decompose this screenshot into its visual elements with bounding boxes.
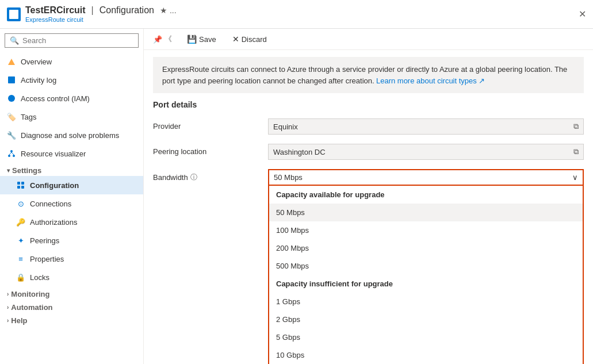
svg-line-6 (12, 152, 14, 155)
sidebar-item-locks[interactable]: 🔒 Locks (0, 268, 143, 286)
help-section[interactable]: › Help (0, 313, 143, 326)
svg-rect-9 (17, 186, 20, 189)
sidebar-item-access-control[interactable]: Access control (IAM) (0, 89, 143, 108)
svg-point-2 (10, 150, 13, 152)
configuration-icon (16, 181, 25, 190)
bandwidth-info-icon[interactable]: ⓘ (190, 173, 197, 182)
svg-point-4 (13, 155, 15, 157)
sidebar-item-configuration[interactable]: Configuration (0, 176, 143, 194)
monitoring-section[interactable]: › Monitoring (0, 286, 143, 300)
access-control-icon (7, 94, 16, 103)
peering-location-value-text: Washington DC (273, 148, 326, 156)
sidebar-item-activity-log[interactable]: Activity log (0, 71, 143, 89)
bandwidth-option-100mbps-text: 100 Mbps (276, 226, 309, 235)
tags-icon: 🏷️ (7, 112, 16, 121)
form-section: Port details Provider Equinix ⧉ Peering … (144, 100, 593, 364)
svg-line-5 (9, 152, 12, 155)
save-button[interactable]: 💾 Save (183, 32, 220, 46)
more-button[interactable]: ... (170, 6, 177, 15)
bandwidth-option-10gbps-text: 10 Gbps (276, 351, 304, 359)
resource-type[interactable]: ExpressRoute circuit (25, 16, 177, 23)
automation-chevron: › (7, 304, 9, 311)
monitoring-section-label: Monitoring (11, 290, 49, 298)
help-section-label: Help (11, 316, 27, 325)
bandwidth-dropdown-container: 50 Mbps ∨ Capacity available for upgrade… (268, 169, 584, 364)
resource-name: TestERCircuit (25, 5, 86, 16)
monitoring-chevron: › (7, 291, 9, 297)
overview-icon (7, 57, 16, 66)
svg-point-3 (8, 155, 10, 157)
help-chevron: › (7, 317, 9, 324)
provider-label: Provider (153, 118, 268, 131)
close-button[interactable]: ✕ (579, 9, 586, 20)
sidebar-label-connections: Connections (30, 200, 71, 208)
diagnose-icon: 🔧 (7, 131, 16, 140)
svg-rect-10 (21, 186, 24, 189)
bandwidth-option-50mbps-text: 50 Mbps (276, 208, 305, 217)
sidebar-item-peerings[interactable]: ✦ Peerings (0, 231, 143, 250)
provider-copy-button[interactable]: ⧉ (573, 122, 579, 131)
sidebar-item-overview[interactable]: Overview (0, 52, 143, 71)
bandwidth-option-5gbps[interactable]: 5 Gbps (269, 328, 583, 346)
sidebar: 🔍 Overview Activity log Access control (… (0, 29, 144, 364)
sidebar-item-resource-visualizer[interactable]: Resource visualizer (0, 144, 143, 163)
star-button[interactable]: ★ (160, 6, 167, 15)
upgrade-header: Capacity available for upgrade (269, 186, 583, 204)
resource-visualizer-icon (7, 149, 16, 158)
save-icon: 💾 (187, 35, 197, 44)
peering-location-copy-button[interactable]: ⧉ (573, 147, 579, 156)
connections-icon: ⊙ (16, 199, 25, 208)
bandwidth-option-1gbps[interactable]: 1 Gbps (269, 293, 583, 311)
settings-chevron: ▾ (7, 167, 10, 174)
bandwidth-label-text: Bandwidth (153, 173, 188, 182)
sidebar-item-tags[interactable]: 🏷️ Tags (0, 108, 143, 126)
sidebar-item-diagnose[interactable]: 🔧 Diagnose and solve problems (0, 126, 143, 144)
svg-rect-7 (17, 182, 20, 185)
sidebar-item-connections[interactable]: ⊙ Connections (0, 194, 143, 213)
bandwidth-option-2gbps[interactable]: 2 Gbps (269, 311, 583, 328)
bandwidth-option-500mbps[interactable]: 500 Mbps (269, 257, 583, 275)
info-box: ExpressRoute circuits can connect to Azu… (153, 57, 584, 93)
search-box[interactable]: 🔍 (5, 33, 139, 48)
search-icon: 🔍 (10, 36, 19, 45)
sidebar-label-authorizations: Authorizations (30, 218, 77, 227)
bandwidth-option-200mbps-text: 200 Mbps (276, 244, 309, 252)
svg-rect-8 (21, 182, 24, 185)
collapse-icon[interactable]: 《 (164, 34, 172, 44)
insufficient-header: Capacity insufficient for upgrade (269, 275, 583, 293)
title-left: TestERCircuit | Configuration ★ ... Expr… (7, 5, 177, 23)
main-layout: 🔍 Overview Activity log Access control (… (0, 29, 593, 364)
sidebar-label-tags: Tags (21, 113, 36, 121)
svg-point-1 (8, 95, 15, 102)
form-row-provider: Provider Equinix ⧉ (153, 118, 584, 135)
activity-log-icon (7, 75, 16, 85)
bandwidth-option-200mbps[interactable]: 200 Mbps (269, 239, 583, 257)
sidebar-label-diagnose: Diagnose and solve problems (21, 131, 119, 140)
bandwidth-label: Bandwidth ⓘ (153, 169, 268, 182)
sidebar-label-peerings: Peerings (30, 236, 59, 245)
locks-icon: 🔒 (16, 273, 25, 282)
settings-section-label: Settings (12, 166, 41, 175)
peering-location-label: Peering location (153, 144, 268, 156)
content-area: 📌 《 💾 Save ✕ Discard ExpressRoute circui… (144, 29, 593, 364)
bandwidth-option-100mbps[interactable]: 100 Mbps (269, 221, 583, 239)
discard-button[interactable]: ✕ Discard (229, 32, 270, 46)
bandwidth-option-10gbps[interactable]: 10 Gbps (269, 346, 583, 364)
discard-label: Discard (242, 35, 267, 44)
learn-more-link[interactable]: Learn more about circuit types ↗ (376, 76, 485, 85)
form-row-peering-location: Peering location Washington DC ⧉ (153, 144, 584, 160)
external-link-icon: ↗ (479, 76, 485, 85)
sidebar-item-properties[interactable]: ≡ Properties (0, 250, 143, 268)
settings-section[interactable]: ▾ Settings (0, 163, 143, 176)
sidebar-label-activity-log: Activity log (21, 76, 56, 85)
bandwidth-option-50mbps[interactable]: 50 Mbps (269, 204, 583, 221)
sidebar-label-configuration: Configuration (30, 181, 79, 190)
sidebar-item-authorizations[interactable]: 🔑 Authorizations (0, 213, 143, 231)
automation-section[interactable]: › Automation (0, 300, 143, 313)
properties-icon: ≡ (16, 254, 25, 263)
peering-location-field: Washington DC ⧉ (268, 144, 584, 160)
save-label: Save (199, 35, 216, 44)
title-separator: | (91, 5, 94, 16)
bandwidth-dropdown[interactable]: 50 Mbps ∨ (268, 169, 584, 186)
search-input[interactable] (22, 36, 133, 45)
